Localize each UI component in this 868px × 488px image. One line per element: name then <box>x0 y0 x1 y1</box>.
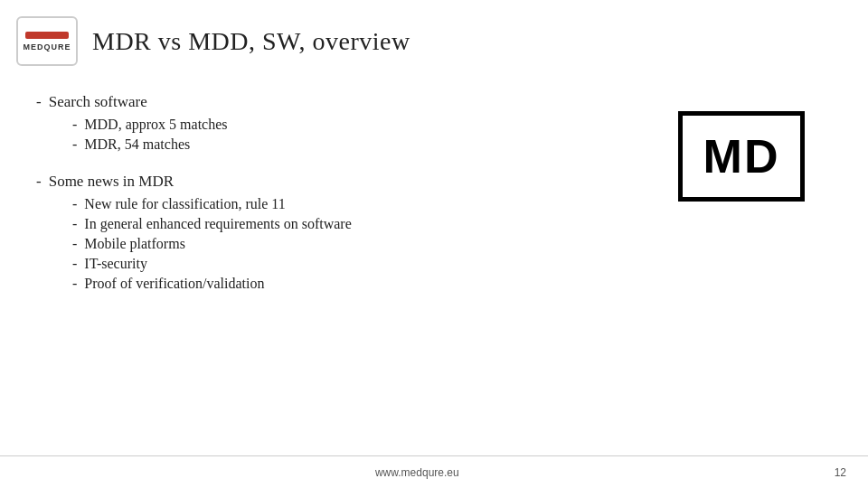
logo-bar <box>25 32 69 39</box>
dash-sub-3: - <box>72 196 77 212</box>
md-text: MD <box>703 129 780 183</box>
proof-label: Proof of verification/validation <box>84 276 264 292</box>
it-security-label: IT-security <box>84 256 147 272</box>
dash-1: - <box>36 93 42 111</box>
right-content: MD <box>651 93 832 312</box>
md-box: MD <box>678 111 805 202</box>
page-title: MDR vs MDD, SW, overview <box>92 27 410 56</box>
rule11-label: New rule for classification, rule 11 <box>84 196 285 212</box>
dash-sub-7: - <box>72 276 77 292</box>
bullet-search-software: - Search software <box>36 93 651 111</box>
sub-bullet-mobile: - Mobile platforms <box>72 236 651 252</box>
sub-bullet-it-security: - IT-security <box>72 256 651 272</box>
sub-bullet-mdd: - MDD, approx 5 matches <box>72 117 651 133</box>
mobile-label: Mobile platforms <box>84 236 185 252</box>
footer-url: www.medqure.eu <box>0 466 835 479</box>
mdr-matches-label: MDR, 54 matches <box>84 136 190 153</box>
some-news-label: Some news in MDR <box>49 173 174 191</box>
dash-sub-5: - <box>72 236 77 252</box>
section-news-mdr: - Some news in MDR - New rule for classi… <box>36 173 651 292</box>
enhanced-label: In general enhanced requirements on soft… <box>84 216 351 232</box>
sub-bullet-rule11: - New rule for classification, rule 11 <box>72 196 651 212</box>
dash-2: - <box>36 173 42 191</box>
footer-page-number: 12 <box>835 466 868 479</box>
section-search-software: - Search software - MDD, approx 5 matche… <box>36 93 651 153</box>
logo: MEDQURE <box>16 16 78 66</box>
news-mdr-sublist: - New rule for classification, rule 11 -… <box>72 196 651 292</box>
dash-sub-4: - <box>72 216 77 232</box>
dash-sub-6: - <box>72 256 77 272</box>
search-software-sublist: - MDD, approx 5 matches - MDR, 54 matche… <box>72 117 651 153</box>
bullet-news-mdr: - Some news in MDR <box>36 173 651 191</box>
dash-sub-2: - <box>72 136 77 153</box>
sub-bullet-proof: - Proof of verification/validation <box>72 276 651 292</box>
dash-sub-1: - <box>72 117 77 133</box>
main-content: - Search software - MDD, approx 5 matche… <box>0 75 868 330</box>
logo-text: MEDQURE <box>23 42 71 52</box>
footer: www.medqure.eu 12 <box>0 455 868 488</box>
search-software-label: Search software <box>49 93 147 111</box>
left-content: - Search software - MDD, approx 5 matche… <box>36 93 651 312</box>
sub-bullet-mdr: - MDR, 54 matches <box>72 136 651 153</box>
mdd-matches-label: MDD, approx 5 matches <box>84 117 227 133</box>
header: MEDQURE MDR vs MDD, SW, overview <box>0 0 868 75</box>
sub-bullet-enhanced: - In general enhanced requirements on so… <box>72 216 651 232</box>
